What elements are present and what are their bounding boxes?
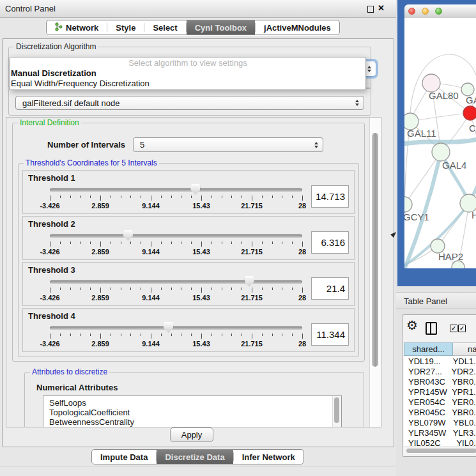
slider-thumb[interactable] xyxy=(190,184,200,195)
network-node-c[interactable] xyxy=(463,106,476,120)
slider-thumb[interactable] xyxy=(245,276,254,287)
tab-network[interactable]: Network xyxy=(47,20,107,35)
threshold-value-field[interactable]: 21.4 xyxy=(311,277,349,300)
tab-tab-label: Cyni Toolbox xyxy=(195,23,247,33)
cell-shared-name: YDL19... xyxy=(404,357,449,366)
tab-discretize-data[interactable]: Discretize Data xyxy=(157,450,233,464)
table-row[interactable]: YBR043CYBR0... xyxy=(404,376,476,387)
float-window-icon[interactable] xyxy=(367,6,374,13)
threshold-value-field[interactable]: 14.713 xyxy=(311,185,349,208)
slider-tick xyxy=(242,196,242,198)
slider-tick-label: 28 xyxy=(298,202,306,210)
table-rows: YDL19...YDL1...YDR27...YDR2...YBR043CYBR… xyxy=(404,356,476,446)
table-browser-panel: ⚙ ✓ ✓ shared... na YDL19...YDL1...YDR27.… xyxy=(402,314,476,457)
tab-impute-data[interactable]: Impute Data xyxy=(92,450,156,464)
tab-jactivemnodules[interactable]: jActiveMNodules xyxy=(256,20,339,35)
algorithm-option-manual-discretization[interactable]: Manual Discretization xyxy=(10,68,365,79)
threshold-slider[interactable]: -3.4262.8599.14415.4321.71528 xyxy=(50,321,302,349)
network-canvas[interactable]: GAL80GACGAL11GAL4GCY1HHAP2 xyxy=(404,18,476,268)
network-icon xyxy=(55,22,63,33)
slider-tick xyxy=(171,242,172,244)
threshold-value-field[interactable]: 6.316 xyxy=(311,231,349,254)
horizontal-scrollbar[interactable] xyxy=(404,447,476,454)
tab-style[interactable]: Style xyxy=(107,20,144,35)
slider-tick xyxy=(201,196,202,201)
slider-tick xyxy=(222,288,222,290)
algorithm-option-equal-width-frequency-discretization[interactable]: Equal Width/Frequency Discretization xyxy=(10,79,365,89)
attribute-item-betweennesscentrality[interactable]: BetweennessCentrality xyxy=(49,417,341,427)
mouse-cursor xyxy=(390,232,397,239)
network-node-gal4[interactable] xyxy=(432,143,450,161)
threshold-slider[interactable]: -3.4262.8599.14415.4321.71528 xyxy=(50,229,302,257)
slider-tick xyxy=(121,196,121,198)
column-header-name[interactable]: na xyxy=(453,342,476,356)
columns-icon[interactable] xyxy=(426,322,437,335)
checkbox-checked-icon[interactable]: ✓ xyxy=(458,325,466,332)
slider-tick xyxy=(201,334,202,339)
table-row[interactable]: YIL052CYIL0... xyxy=(404,438,476,446)
close-window-icon[interactable]: ✕ xyxy=(378,3,385,13)
table-row[interactable]: YDL19...YDL1... xyxy=(404,356,476,366)
slider-tick xyxy=(70,242,71,244)
slider-thumb[interactable] xyxy=(123,230,133,241)
table-panel-titlebar: Table Panel xyxy=(396,292,476,309)
table-row[interactable]: YDR27...YDR2... xyxy=(404,366,476,376)
attribute-item-topologicalcoefficient[interactable]: TopologicalCoefficient xyxy=(49,408,341,417)
attributes-group: Attributes to discretize Numerical Attri… xyxy=(24,372,364,427)
table-row[interactable]: YLR345WYLR3... xyxy=(404,427,476,438)
scrollbar-thumb[interactable] xyxy=(334,397,339,423)
vertical-scrollbar[interactable] xyxy=(369,118,381,427)
slider-tick xyxy=(161,334,162,336)
numerical-attributes-list[interactable]: SelfLoopsTopologicalCoefficientBetweenne… xyxy=(43,395,342,427)
table-row[interactable]: YBL079WYBL0... xyxy=(404,417,476,427)
tab-infer-network[interactable]: Infer Network xyxy=(234,450,303,464)
threshold-slider[interactable]: -3.4262.8599.14415.4321.71528 xyxy=(50,275,302,303)
threshold-slider[interactable]: -3.4262.8599.14415.4321.71528 xyxy=(50,183,302,211)
group-title-discretization-algorithm: Discretization Algorithm xyxy=(14,42,98,51)
slider-tick xyxy=(111,242,111,244)
number-of-intervals-combobox[interactable]: 5 xyxy=(133,137,323,152)
slider-tick xyxy=(90,334,91,336)
threshold-row: -3.4262.8599.14415.4321.7152814.713 xyxy=(28,183,349,211)
network-node-gal80[interactable] xyxy=(422,74,440,92)
slider-tick xyxy=(302,288,303,293)
slider-tick xyxy=(151,334,151,339)
network-node-label: GAL80 xyxy=(429,90,459,101)
attribute-item-selfloops[interactable]: SelfLoops xyxy=(49,398,341,408)
checkbox-checked-icon[interactable]: ✓ xyxy=(450,325,457,332)
slider-tick xyxy=(171,334,172,336)
cell-name: YPR1... xyxy=(448,387,476,397)
gear-icon[interactable]: ⚙ xyxy=(406,318,418,333)
slider-tick xyxy=(272,334,273,336)
zoom-traffic-light-icon[interactable] xyxy=(435,8,442,15)
minimize-traffic-light-icon[interactable] xyxy=(422,8,429,15)
network-node-gcy1[interactable] xyxy=(404,197,412,212)
threshold-value-field[interactable]: 11.344 xyxy=(311,323,349,346)
slider-tick xyxy=(302,334,303,339)
slider-tick xyxy=(252,334,252,339)
attributes-scrollbar[interactable] xyxy=(332,396,341,427)
table-data-combobox[interactable]: galFiltered.sif default node xyxy=(15,96,364,110)
close-traffic-light-icon[interactable] xyxy=(408,8,415,15)
tab-select[interactable]: Select xyxy=(144,20,185,35)
tab-tab-label: jActiveMNodules xyxy=(264,23,331,33)
slider-thumb[interactable] xyxy=(164,322,173,333)
apply-button[interactable]: Apply xyxy=(170,427,213,442)
table-row[interactable]: YBR045CYBR0... xyxy=(404,407,476,417)
scrollbar-thumb[interactable] xyxy=(372,133,378,367)
dropdown-options: Manual DiscretizationEqual Width/Frequen… xyxy=(10,68,365,89)
slider-tick xyxy=(292,288,293,290)
slider-tick xyxy=(292,242,293,244)
tab-cyni-toolbox[interactable]: Cyni Toolbox xyxy=(187,20,255,35)
threshold-row: -3.4262.8599.14415.4321.7152821.4 xyxy=(28,275,349,303)
scrollbar-thumb[interactable] xyxy=(406,449,476,453)
slider-tick xyxy=(80,196,81,198)
table-row[interactable]: YER054CYER0... xyxy=(404,397,476,407)
network-node-ga[interactable] xyxy=(461,83,474,96)
column-header-shared-name[interactable]: shared... xyxy=(404,342,453,356)
slider-tick xyxy=(211,334,212,336)
network-window-titlebar[interactable] xyxy=(404,4,476,19)
slider-tick xyxy=(302,196,303,201)
table-data-selected-value: galFiltered.sif default node xyxy=(22,98,119,108)
table-row[interactable]: YPR145WYPR1... xyxy=(404,387,476,397)
